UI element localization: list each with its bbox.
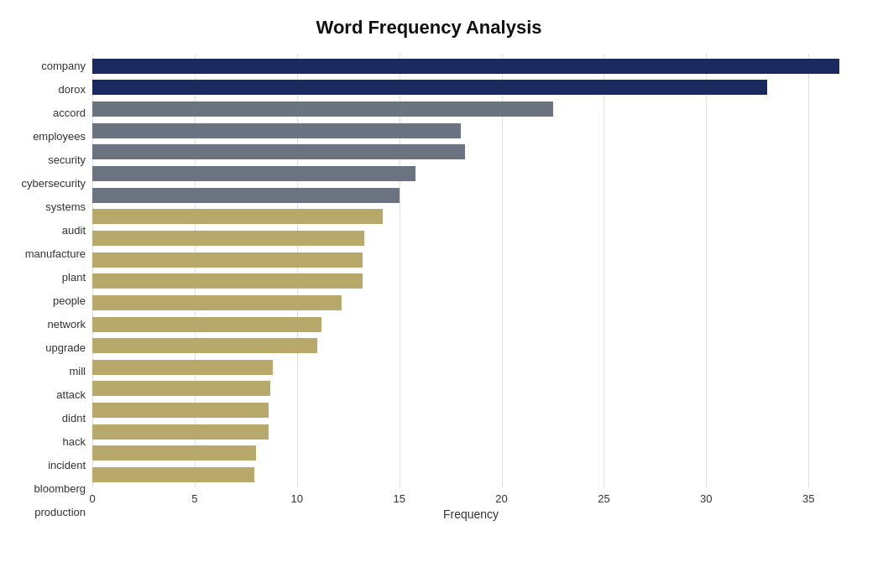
bar: [92, 188, 400, 203]
x-tick-label: 30: [700, 492, 712, 505]
y-label: people: [53, 291, 86, 310]
bar-row: [92, 58, 849, 75]
bar: [92, 59, 839, 74]
bar-row: [92, 380, 849, 397]
bar-row: [92, 208, 849, 225]
y-label: incident: [48, 456, 86, 475]
y-label: employees: [33, 127, 86, 145]
bar: [92, 209, 383, 224]
y-label: hack: [63, 433, 86, 451]
y-label: bloomberg: [34, 480, 86, 498]
bar-row: [92, 316, 849, 333]
bar: [92, 317, 321, 332]
x-tick-label: 25: [598, 492, 609, 505]
bars-and-grid: 05101520253035 Frequency: [92, 54, 849, 524]
x-tick-label: 35: [802, 492, 814, 505]
bar-row: [92, 466, 849, 483]
bar: [92, 403, 269, 418]
bar-row: [92, 79, 849, 96]
bar-row: [92, 273, 849, 289]
bar: [92, 338, 317, 353]
bar: [92, 80, 767, 95]
x-tick-label: 0: [89, 492, 95, 505]
y-label: audit: [62, 221, 86, 239]
x-tick-label: 20: [495, 492, 507, 505]
y-label: production: [34, 503, 86, 522]
bottom-area: 05101520253035 Frequency: [92, 487, 849, 524]
y-label: didnt: [62, 409, 86, 428]
bar-row: [92, 143, 849, 160]
x-tick-label: 5: [191, 492, 197, 505]
y-label: network: [47, 315, 86, 334]
bar-row: [92, 424, 849, 440]
bar-row: [92, 445, 849, 461]
bar-row: [92, 294, 849, 311]
x-tick-label: 15: [393, 492, 405, 505]
y-label: dorox: [58, 80, 86, 98]
bar: [92, 144, 465, 159]
y-label: company: [41, 56, 86, 75]
bar-row: [92, 187, 849, 204]
bar-row: [92, 252, 849, 268]
bar: [92, 231, 364, 246]
chart-container: Word Frequency Analysis companydoroxacco…: [0, 0, 883, 588]
bar-row: [92, 122, 849, 139]
bar: [92, 123, 461, 138]
bar: [92, 381, 270, 396]
bar-row: [92, 337, 849, 354]
x-tick-label: 10: [291, 492, 303, 505]
y-label: mill: [70, 362, 86, 381]
bar-row: [92, 359, 849, 376]
bar: [92, 166, 415, 181]
bar: [92, 424, 269, 440]
bar: [92, 273, 363, 289]
chart-title: Word Frequency Analysis: [8, 17, 849, 39]
y-label: accord: [53, 103, 86, 122]
bar-row: [92, 230, 849, 247]
y-label: upgrade: [45, 339, 86, 357]
bar: [92, 360, 273, 375]
y-axis: companydoroxaccordemployeessecuritycyber…: [8, 54, 92, 524]
x-axis-labels: 05101520253035: [92, 487, 849, 504]
bar: [92, 445, 256, 461]
bar: [92, 101, 553, 117]
bar-row: [92, 101, 849, 117]
y-label: security: [48, 150, 86, 169]
bar: [92, 467, 254, 482]
bar-row: [92, 165, 849, 182]
y-label: systems: [45, 197, 86, 216]
y-label: manufacture: [25, 244, 86, 263]
y-label: plant: [62, 268, 86, 286]
bar: [92, 295, 342, 310]
bar: [92, 252, 363, 268]
grid-and-bars: [92, 54, 849, 487]
bar-row: [92, 402, 849, 419]
x-axis-title: Frequency: [92, 507, 849, 521]
y-label: attack: [56, 386, 86, 404]
y-label: cybersecurity: [21, 174, 86, 192]
chart-area: companydoroxaccordemployeessecuritycyber…: [8, 54, 849, 524]
bars-wrapper: [92, 54, 849, 487]
